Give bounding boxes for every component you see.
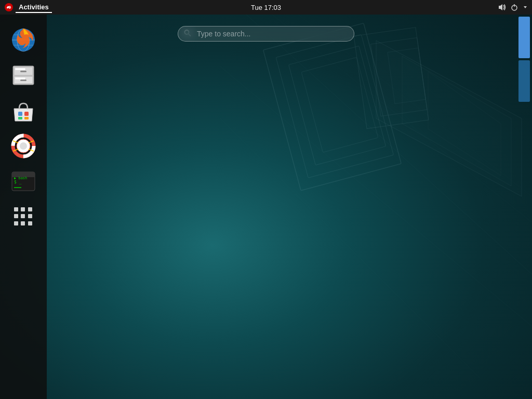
appgrid-dot [28, 221, 32, 225]
topbar-left: Activities [4, 2, 52, 13]
svg-line-7 [246, 15, 532, 274]
workspace-2[interactable] [518, 60, 530, 102]
system-menu-arrow[interactable] [523, 5, 528, 10]
svg-rect-4 [276, 35, 393, 178]
redhat-logo [4, 3, 14, 12]
dock-item-firefox[interactable] [8, 25, 38, 55]
svg-rect-12 [354, 28, 429, 129]
appgrid-dot [28, 207, 32, 211]
svg-rect-24 [20, 71, 26, 72]
appgrid-icon [12, 205, 35, 228]
svg-text:▶ bash: ▶ bash [14, 176, 27, 180]
svg-rect-5 [289, 46, 386, 165]
svg-rect-26 [20, 79, 26, 81]
appgrid-dot [21, 214, 25, 218]
dock: $ _ ▶ bash [0, 15, 47, 399]
datetime-display: Tue 17:03 [251, 4, 281, 11]
dock-item-help[interactable] [8, 131, 38, 161]
svg-rect-27 [15, 68, 25, 70]
dock-item-appgrid[interactable] [8, 202, 38, 232]
topbar: Activities Tue 17:03 [0, 0, 532, 15]
dock-item-terminal[interactable]: $ _ ▶ bash [8, 166, 38, 196]
workspace-1[interactable] [518, 17, 530, 58]
workspace-switcher [516, 15, 532, 104]
svg-line-9 [298, 15, 532, 196]
svg-line-10 [220, 66, 532, 326]
svg-rect-28 [15, 77, 25, 79]
power-icon[interactable] [510, 3, 518, 11]
svg-rect-3 [263, 23, 402, 191]
svg-rect-32 [24, 117, 29, 119]
appgrid-dot [21, 221, 25, 225]
svg-rect-30 [24, 112, 29, 116]
activities-button[interactable]: Activities [16, 2, 52, 13]
volume-icon[interactable] [498, 3, 506, 11]
svg-rect-14 [388, 48, 425, 103]
appgrid-dot [14, 207, 18, 211]
svg-rect-6 [301, 57, 378, 152]
appgrid-dot [21, 207, 25, 211]
svg-text:$ _: $ _ [14, 180, 22, 184]
svg-rect-31 [18, 117, 22, 119]
svg-rect-29 [18, 112, 22, 116]
search-container [178, 26, 354, 42]
topbar-right [498, 3, 528, 11]
appgrid-dot [14, 214, 18, 218]
desktop-decoration [220, 15, 532, 399]
dock-item-filemanager[interactable] [8, 60, 38, 90]
appgrid-dot [14, 221, 18, 225]
svg-line-8 [272, 15, 532, 222]
svg-point-37 [20, 142, 27, 150]
dock-item-software[interactable] [8, 96, 38, 126]
appgrid-dot [28, 214, 32, 218]
svg-line-11 [220, 118, 480, 378]
desktop [0, 15, 532, 399]
search-input[interactable] [178, 26, 354, 42]
clock: Tue 17:03 [251, 4, 281, 11]
svg-rect-13 [371, 38, 428, 116]
